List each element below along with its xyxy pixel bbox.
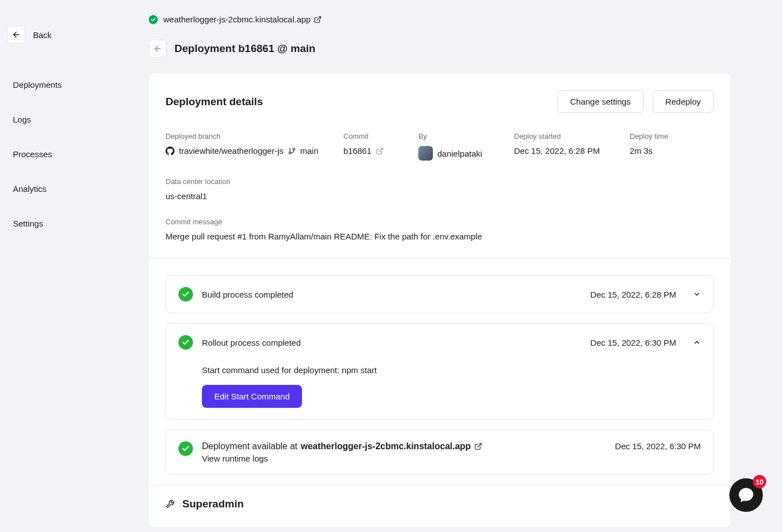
external-link-icon: [376, 147, 384, 155]
superadmin-row[interactable]: Superadmin: [166, 486, 714, 527]
by-user: danielpataki: [437, 149, 482, 158]
svg-line-1: [317, 16, 320, 20]
wrench-icon: [166, 500, 174, 509]
external-link-icon[interactable]: [474, 442, 482, 450]
app-url-link[interactable]: weatherlogger-js-2cbmc.kinstalocal.app: [163, 15, 322, 24]
field-deploy-time: Deploy time 2m 3s: [630, 132, 714, 161]
page-title-row: Deployment b16861 @ main: [149, 40, 730, 58]
chat-badge: 10: [753, 475, 766, 488]
sidebar: Back Deployments Logs Processes Analytic…: [0, 0, 149, 532]
step-rollout: Rollout process completed Dec 15, 2022, …: [166, 323, 714, 420]
sidebar-nav: Deployments Logs Processes Analytics Set…: [7, 73, 149, 246]
sidebar-item-deployments[interactable]: Deployments: [7, 73, 149, 97]
step-rollout-header[interactable]: Rollout process completed Dec 15, 2022, …: [178, 335, 701, 350]
commit-hash[interactable]: b16861: [343, 146, 371, 156]
back-label: Back: [33, 30, 51, 40]
step-time: Dec 15, 2022, 6:30 PM: [615, 441, 701, 451]
change-settings-button[interactable]: Change settings: [557, 90, 643, 113]
git-branch-icon: [288, 147, 296, 155]
chat-icon: [738, 487, 754, 503]
sidebar-item-logs[interactable]: Logs: [7, 107, 149, 131]
step-time: Dec 15, 2022, 6:28 PM: [591, 290, 676, 299]
card-title: Deployment details: [166, 96, 263, 108]
check-circle-icon: [178, 287, 193, 302]
avatar: [418, 146, 433, 161]
check-circle-icon: [178, 441, 193, 456]
details-grid: Deployed branch traviewhite/weatherlogge…: [166, 132, 714, 241]
label-commit: Commit: [343, 132, 418, 140]
sidebar-back-row[interactable]: Back: [7, 26, 149, 44]
chat-widget[interactable]: 10: [729, 478, 763, 512]
label-deploy-time: Deploy time: [630, 132, 714, 140]
page-back-button[interactable]: [149, 40, 167, 58]
step-title: Build process completed: [202, 290, 582, 299]
deploy-url[interactable]: weatherlogger-js-2cbmc.kinstalocal.app: [301, 441, 471, 451]
github-icon: [166, 147, 174, 156]
external-link-icon: [314, 16, 322, 23]
arrow-left-icon: [153, 44, 162, 53]
app-url-row: weatherlogger-js-2cbmc.kinstalocal.app: [149, 15, 730, 24]
step-body: Start command used for deployment: npm s…: [178, 350, 701, 408]
field-deployed-branch: Deployed branch traviewhite/weatherlogge…: [166, 132, 343, 161]
field-commit-msg: Commit message Merge pull request #1 fro…: [166, 218, 714, 241]
label-dc: Data center location: [166, 177, 714, 186]
page-title: Deployment b16861 @ main: [174, 43, 315, 55]
field-by: By danielpataki: [418, 132, 514, 161]
step-deployment: Deployment available at weatherlogger-js…: [166, 430, 714, 475]
label-by: By: [418, 132, 514, 140]
divider: [149, 258, 730, 258]
card-header: Deployment details Change settings Redep…: [166, 90, 714, 113]
repo-name[interactable]: traviewhite/weatherlogger-js: [179, 146, 284, 156]
step-time: Dec 15, 2022, 6:30 PM: [591, 338, 676, 347]
step-build[interactable]: Build process completed Dec 15, 2022, 6:…: [166, 275, 714, 313]
deploy-available-prefix: Deployment available at: [202, 441, 298, 451]
field-deploy-started: Deploy started Dec 15, 2022, 6:28 PM: [514, 132, 630, 161]
status-success-icon: [149, 15, 158, 24]
back-button[interactable]: [7, 26, 25, 44]
label-deployed-branch: Deployed branch: [166, 132, 343, 140]
label-commit-msg: Commit message: [166, 218, 714, 226]
superadmin-title: Superadmin: [182, 498, 244, 510]
sidebar-item-analytics[interactable]: Analytics: [7, 177, 149, 201]
deploy-time-value: 2m 3s: [630, 146, 714, 156]
branch-name: main: [300, 146, 319, 156]
edit-start-command-button[interactable]: Edit Start Command: [202, 385, 302, 408]
redeploy-button[interactable]: Redeploy: [653, 90, 714, 113]
commit-msg-value: Merge pull request #1 from RamyAllam/mai…: [166, 232, 714, 241]
step-title: Rollout process completed: [202, 338, 582, 347]
sidebar-item-processes[interactable]: Processes: [7, 142, 149, 166]
svg-line-6: [379, 148, 383, 151]
sidebar-item-settings[interactable]: Settings: [7, 211, 149, 236]
field-commit: Commit b16861: [343, 132, 418, 161]
deployment-details-card: Deployment details Change settings Redep…: [149, 73, 730, 527]
chevron-up-icon[interactable]: [693, 338, 701, 346]
svg-line-7: [478, 444, 481, 447]
app-url-text: weatherlogger-js-2cbmc.kinstalocal.app: [163, 15, 310, 24]
label-deploy-started: Deploy started: [514, 132, 630, 140]
check-circle-icon: [178, 335, 193, 350]
deploy-started-value: Dec 15, 2022, 6:28 PM: [514, 146, 630, 156]
start-command-text: Start command used for deployment: npm s…: [202, 365, 701, 375]
main-content: weatherlogger-js-2cbmc.kinstalocal.app D…: [149, 0, 783, 532]
view-runtime-logs-link[interactable]: View runtime logs: [202, 454, 606, 463]
dc-value: us-central1: [166, 191, 714, 201]
field-dc: Data center location us-central1: [166, 177, 714, 201]
card-actions: Change settings Redeploy: [557, 90, 714, 113]
arrow-left-icon: [12, 30, 21, 39]
chevron-down-icon[interactable]: [693, 290, 701, 298]
